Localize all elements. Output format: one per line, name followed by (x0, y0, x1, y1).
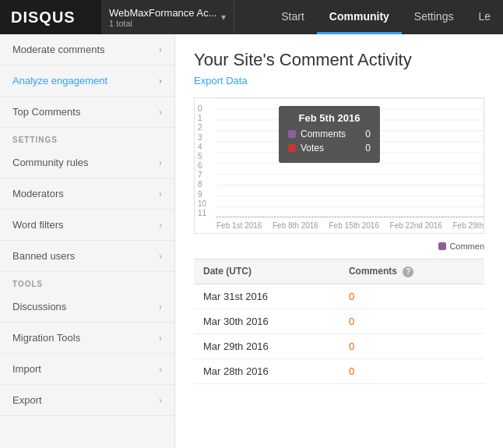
sidebar-item-analyze-engagement[interactable]: Analyze engagement › (0, 65, 174, 97)
logo: DISQUS (11, 9, 76, 26)
table-cell-comments: 0 (339, 333, 484, 358)
chart-container: 11 10 9 8 7 6 5 4 3 2 1 0 (194, 97, 484, 234)
sidebar-label-banned-users: Banned users (12, 250, 75, 262)
table-row: Mar 31st 2016 0 (194, 284, 484, 309)
export-data-link[interactable]: Export Data (194, 75, 248, 86)
col-header-comments: Comments ? (339, 259, 484, 284)
chevron-icon: › (159, 44, 162, 55)
sidebar-label-word-filters: Word filters (12, 219, 64, 231)
main-layout: Moderate comments › Analyze engagement ›… (0, 34, 503, 448)
tooltip-row-comments: Comments 0 (288, 129, 371, 139)
chevron-icon: › (159, 157, 162, 168)
chevron-icon: › (159, 251, 162, 262)
nav-settings[interactable]: Settings (402, 0, 466, 34)
sidebar-item-community-rules[interactable]: Community rules › (0, 147, 174, 178)
site-chevron-icon: ▾ (221, 12, 226, 23)
comments-color-dot (288, 130, 296, 138)
table-cell-comments: 0 (339, 309, 484, 333)
tooltip-comments-value: 0 (365, 129, 371, 139)
chevron-icon: › (159, 395, 162, 406)
settings-section-label: SETTINGS (0, 128, 174, 147)
table-cell-comments: 0 (339, 284, 484, 309)
table-row: Mar 29th 2016 0 (194, 333, 484, 358)
nav-links: Start Community Settings Le (269, 0, 503, 34)
chart-xaxis: Feb 1st 2016 Feb 8th 2016 Feb 15th 2016 … (216, 220, 484, 234)
site-selector[interactable]: WebMaxFormance Ac... 1 total ▾ (101, 0, 234, 34)
sidebar-item-moderators[interactable]: Moderators › (0, 178, 174, 210)
tooltip-votes-value: 0 (365, 143, 371, 153)
sidebar-item-moderate-comments[interactable]: Moderate comments › (0, 34, 174, 65)
chevron-icon: › (159, 189, 162, 199)
sidebar-label-top-comments: Top Comments (12, 106, 80, 118)
sidebar-label-discussions: Discussions (12, 301, 66, 312)
chevron-icon: › (159, 302, 162, 312)
table-cell-date: Mar 31st 2016 (194, 284, 339, 309)
sidebar-label-moderate-comments: Moderate comments (12, 44, 105, 55)
chart-tooltip: Feb 5th 2016 Comments 0 Votes (279, 106, 380, 163)
sidebar-item-import[interactable]: Import › (0, 354, 174, 385)
col-header-date: Date (UTC) (194, 259, 339, 284)
nav-le[interactable]: Le (466, 0, 503, 34)
sidebar-label-import: Import (12, 363, 41, 375)
tools-section-label: TOOLS (0, 272, 174, 291)
sidebar-item-top-comments[interactable]: Top Comments › (0, 97, 174, 128)
page-title: Your Site's Comment Activity (194, 50, 484, 70)
sidebar-item-word-filters[interactable]: Word filters › (0, 210, 174, 241)
nav-start[interactable]: Start (269, 0, 317, 34)
site-count: 1 total (109, 19, 216, 28)
nav-community[interactable]: Community (317, 0, 402, 34)
chart-yaxis: 11 10 9 8 7 6 5 4 3 2 1 0 (195, 98, 216, 233)
chart-area: Feb 1st 2016 Feb 8th 2016 Feb 15th 2016 … (216, 98, 484, 233)
comments-table: Date (UTC) Comments ? Mar 31st 2016 0 Ma… (194, 259, 484, 384)
chart-legend: Commen (194, 242, 484, 251)
chevron-icon: › (159, 333, 162, 344)
votes-color-dot (288, 144, 296, 152)
sidebar: Moderate comments › Analyze engagement ›… (0, 34, 175, 448)
table-row: Mar 28th 2016 0 (194, 358, 484, 383)
top-nav: DISQUS WebMaxFormance Ac... 1 total ▾ St… (0, 0, 503, 34)
chevron-icon: › (159, 220, 162, 231)
table-cell-date: Mar 30th 2016 (194, 309, 339, 333)
table-row: Mar 30th 2016 0 (194, 309, 484, 333)
sidebar-label-community-rules: Community rules (12, 157, 89, 168)
chevron-icon: › (159, 364, 162, 375)
sidebar-item-discussions[interactable]: Discussions › (0, 291, 174, 323)
site-name: WebMaxFormance Ac... (109, 7, 216, 19)
sidebar-label-migration-tools: Migration Tools (12, 332, 80, 344)
legend-dot-comments (438, 242, 446, 250)
comments-help-icon[interactable]: ? (403, 266, 413, 277)
sidebar-label-analyze-engagement: Analyze engagement (12, 75, 107, 86)
table-cell-date: Mar 28th 2016 (194, 358, 339, 383)
sidebar-item-banned-users[interactable]: Banned users › (0, 241, 174, 272)
tooltip-row-votes: Votes 0 (288, 143, 371, 153)
sidebar-label-moderators: Moderators (12, 188, 64, 199)
tooltip-votes-label: Votes (301, 143, 324, 153)
chevron-icon: › (159, 107, 162, 118)
tooltip-comments-label: Comments (301, 129, 346, 139)
table-cell-date: Mar 29th 2016 (194, 333, 339, 358)
logo-area: DISQUS (0, 0, 101, 34)
content-area: Your Site's Comment Activity Export Data… (175, 34, 503, 448)
legend-label-comments: Commen (449, 242, 484, 251)
sidebar-item-migration-tools[interactable]: Migration Tools › (0, 323, 174, 354)
table-cell-comments: 0 (339, 358, 484, 383)
tooltip-date: Feb 5th 2016 (288, 112, 371, 124)
sidebar-label-export: Export (12, 394, 42, 406)
chevron-icon: › (159, 76, 162, 86)
sidebar-item-export[interactable]: Export › (0, 385, 174, 416)
